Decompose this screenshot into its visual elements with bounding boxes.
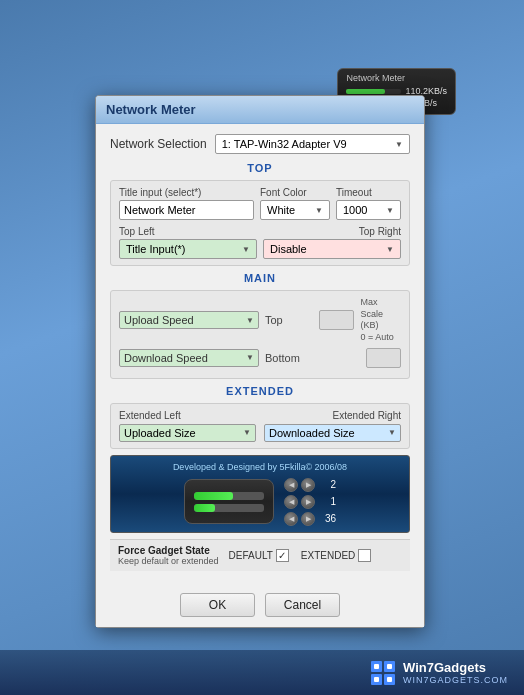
- upload-speed-arrow: ▼: [246, 316, 254, 325]
- svg-rect-5: [387, 664, 392, 669]
- top-section: Title input (select*) Font Color White ▼…: [110, 180, 410, 266]
- ctrl-val-1: 2: [318, 479, 336, 490]
- title-input-field[interactable]: [119, 200, 254, 220]
- top-right-value: Disable: [270, 243, 307, 255]
- extended-section: Extended Left Extended Right Uploaded Si…: [110, 403, 410, 449]
- mini-upload-bar: [346, 89, 401, 94]
- ctrl-left-2[interactable]: ◀: [284, 495, 298, 509]
- extended-section-header: EXTENDED: [110, 385, 410, 397]
- ctrl-right-2[interactable]: ▶: [301, 495, 315, 509]
- network-adapter-value: 1: TAP-Win32 Adapter V9: [222, 138, 347, 150]
- font-color-arrow: ▼: [315, 206, 323, 215]
- timeout-arrow: ▼: [386, 206, 394, 215]
- force-default-checkbox[interactable]: ✓: [276, 549, 289, 562]
- mini-upload-fill: [346, 89, 385, 94]
- network-selection-row: Network Selection 1: TAP-Win32 Adapter V…: [110, 134, 410, 154]
- ctrl-left-3[interactable]: ◀: [284, 512, 298, 526]
- ctrl-right-1[interactable]: ▶: [301, 478, 315, 492]
- preview-inner: ◀ ▶ 2 ◀ ▶ 1 ◀ ▶ 36: [119, 478, 401, 526]
- svg-rect-7: [387, 677, 392, 682]
- ok-button[interactable]: OK: [180, 593, 255, 617]
- font-color-value: White: [267, 204, 295, 216]
- mini-widget-title: Network Meter: [346, 73, 447, 83]
- extended-right-label: Extended Right: [333, 410, 401, 421]
- network-adapter-arrow: ▼: [395, 140, 403, 149]
- font-color-col: Font Color White ▼: [260, 187, 330, 220]
- main-row-2: Download Speed ▼ Bottom: [119, 348, 401, 368]
- preview-controls: ◀ ▶ 2 ◀ ▶ 1 ◀ ▶ 36: [284, 478, 336, 526]
- network-selection-label: Network Selection: [110, 137, 207, 151]
- force-label-block: Force Gadget State Keep default or exten…: [118, 545, 219, 566]
- top-position-label: Top: [265, 314, 307, 326]
- download-speed-select[interactable]: Download Speed ▼: [119, 349, 259, 367]
- win7gadgets-brand: Win7Gadgets: [403, 660, 508, 676]
- cancel-button[interactable]: Cancel: [265, 593, 340, 617]
- download-speed-arrow: ▼: [246, 353, 254, 362]
- network-meter-dialog: Network Meter Network Selection 1: TAP-W…: [95, 95, 425, 628]
- ctrl-row-1: ◀ ▶ 2: [284, 478, 336, 492]
- upload-speed-value: Upload Speed: [124, 314, 194, 326]
- top-left-select[interactable]: Title Input(*) ▼: [119, 239, 257, 259]
- top-right-select[interactable]: Disable ▼: [263, 239, 401, 259]
- font-color-label: Font Color: [260, 187, 330, 198]
- timeout-value: 1000: [343, 204, 367, 216]
- network-adapter-select[interactable]: 1: TAP-Win32 Adapter V9 ▼: [215, 134, 410, 154]
- bottom-position-label: Bottom: [265, 352, 310, 364]
- win7gadgets-url: WIN7GADGETS.COM: [403, 675, 508, 685]
- ctrl-val-2: 1: [318, 496, 336, 507]
- top-right-label: Top Right: [263, 226, 401, 237]
- timeout-select[interactable]: 1000 ▼: [336, 200, 401, 220]
- top-section-header: TOP: [110, 162, 410, 174]
- ctrl-row-3: ◀ ▶ 36: [284, 512, 336, 526]
- title-input-col: Title input (select*): [119, 187, 254, 220]
- download-speed-value: Download Speed: [124, 352, 208, 364]
- ctrl-row-2: ◀ ▶ 1: [284, 495, 336, 509]
- ext-left-arrow: ▼: [243, 428, 251, 437]
- force-label-sub: Keep default or extended: [118, 556, 219, 566]
- max-scale-box-top: [319, 310, 354, 330]
- top-left-value: Title Input(*): [126, 243, 186, 255]
- top-position-row: Top Left Title Input(*) ▼ Top Right Disa…: [119, 226, 401, 259]
- main-section: Upload Speed ▼ Top Max Scale (KB) 0 = Au…: [110, 290, 410, 379]
- taskbar: Win7Gadgets WIN7GADGETS.COM: [0, 650, 524, 695]
- extended-left-value: Uploaded Size: [124, 427, 196, 439]
- main-section-header: MAIN: [110, 272, 410, 284]
- win7gadgets-text-block: Win7Gadgets WIN7GADGETS.COM: [403, 660, 508, 686]
- gadget-bar-top-fill: [194, 492, 233, 500]
- preview-area: Developed & Designed by 5Fkilla© 2006/08: [110, 455, 410, 533]
- top-right-col: Top Right Disable ▼: [263, 226, 401, 259]
- force-extended-option: EXTENDED: [301, 549, 371, 562]
- dialog-titlebar: Network Meter: [96, 96, 424, 124]
- max-scale-box-bottom: [366, 348, 401, 368]
- timeout-col: Timeout 1000 ▼: [336, 187, 401, 220]
- ctrl-right-3[interactable]: ▶: [301, 512, 315, 526]
- font-color-select[interactable]: White ▼: [260, 200, 330, 220]
- extended-left-label: Extended Left: [119, 410, 181, 421]
- ext-right-arrow: ▼: [388, 428, 396, 437]
- extended-left-select[interactable]: Uploaded Size ▼: [119, 424, 256, 442]
- ext-selects-row: Uploaded Size ▼ Downloaded Size ▼: [119, 424, 401, 442]
- force-default-label: DEFAULT: [229, 550, 273, 561]
- extended-right-select[interactable]: Downloaded Size ▼: [264, 424, 401, 442]
- gadget-preview: [184, 479, 274, 524]
- ext-labels-row: Extended Left Extended Right: [119, 410, 401, 421]
- dialog-title: Network Meter: [106, 102, 196, 117]
- ctrl-val-3: 36: [318, 513, 336, 524]
- ctrl-left-1[interactable]: ◀: [284, 478, 298, 492]
- scale-label: Max Scale (KB) 0 = Auto: [360, 297, 401, 344]
- gadget-bar-bottom: [194, 504, 264, 512]
- svg-rect-4: [374, 664, 379, 669]
- gadget-bar-top: [194, 492, 264, 500]
- force-extended-label: EXTENDED: [301, 550, 355, 561]
- top-labels-row: Title input (select*) Font Color White ▼…: [119, 187, 401, 220]
- win7gadgets-icon: [369, 659, 397, 687]
- force-extended-checkbox[interactable]: [358, 549, 371, 562]
- top-left-label: Top Left: [119, 226, 257, 237]
- top-left-arrow: ▼: [242, 245, 250, 254]
- upload-speed-select[interactable]: Upload Speed ▼: [119, 311, 259, 329]
- top-left-col: Top Left Title Input(*) ▼: [119, 226, 257, 259]
- dialog-buttons: OK Cancel: [96, 587, 424, 627]
- win7gadgets-logo: Win7Gadgets WIN7GADGETS.COM: [369, 659, 508, 687]
- force-label-main: Force Gadget State: [118, 545, 219, 556]
- gadget-bar-bottom-fill: [194, 504, 215, 512]
